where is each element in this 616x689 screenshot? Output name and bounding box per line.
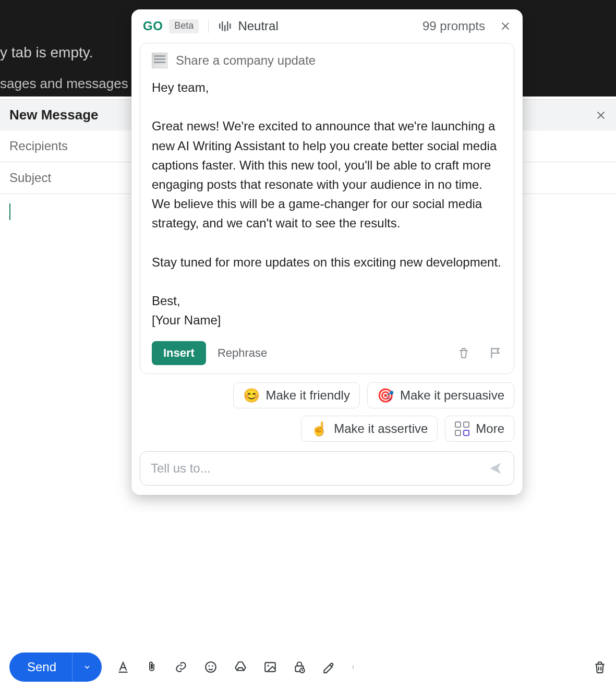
send-prompt-icon[interactable] (488, 461, 503, 476)
svg-point-9 (353, 668, 353, 669)
background-text-1: y tab is empty. (0, 44, 93, 61)
svg-point-0 (206, 662, 216, 672)
subject-placeholder: Subject (9, 171, 51, 185)
svg-point-4 (268, 665, 269, 667)
suggestion-actions: Insert Rephrase (152, 341, 502, 365)
drive-icon[interactable] (233, 660, 248, 674)
chip-more[interactable]: More (445, 416, 514, 442)
tone-label[interactable]: Neutral (238, 19, 278, 33)
prompt-input[interactable] (151, 461, 481, 476)
send-more-options[interactable] (73, 652, 102, 682)
tone-icon[interactable] (218, 20, 232, 32)
svg-point-8 (353, 667, 353, 667)
flag-suggestion-icon[interactable] (489, 346, 502, 360)
ai-assist-panel: GO Beta Neutral 99 prompts Share a compa… (131, 9, 523, 495)
text-format-icon[interactable] (116, 660, 130, 674)
point-up-emoji-icon: ☝️ (311, 422, 328, 436)
chip-assertive-label: Make it assertive (334, 421, 428, 436)
suggestion-header: Share a company update (152, 53, 502, 68)
grid-icon (455, 421, 469, 436)
chip-friendly[interactable]: 😊 Make it friendly (233, 382, 360, 408)
tone-chip-row: 😊 Make it friendly 🎯 Make it persuasive … (131, 374, 523, 442)
chip-assertive[interactable]: ☝️ Make it assertive (301, 416, 438, 442)
compose-title: New Message (9, 107, 99, 123)
suggestion-card: Share a company update Hey team, Great n… (140, 43, 514, 374)
attach-icon[interactable] (146, 660, 158, 674)
insert-button[interactable]: Insert (152, 341, 206, 365)
image-icon[interactable] (263, 660, 277, 674)
go-logo: GO (143, 19, 163, 33)
svg-point-7 (353, 666, 353, 666)
recipients-placeholder: Recipients (9, 139, 68, 153)
beta-badge: Beta (169, 19, 199, 33)
discard-icon[interactable] (593, 660, 607, 674)
prompts-count[interactable]: 99 prompts (422, 19, 485, 33)
send-label: Send (27, 660, 56, 674)
emoji-icon[interactable] (204, 660, 218, 674)
link-icon[interactable] (174, 660, 188, 674)
svg-rect-10 (219, 23, 221, 29)
header-divider (208, 19, 209, 33)
rephrase-button[interactable]: Rephrase (218, 346, 267, 360)
suggestion-title: Share a company update (176, 53, 316, 68)
svg-rect-11 (222, 21, 223, 31)
signature-icon[interactable] (322, 660, 335, 674)
svg-point-1 (208, 665, 210, 667)
chip-persuasive-label: Make it persuasive (400, 388, 504, 403)
chip-friendly-label: Make it friendly (266, 388, 350, 403)
delete-suggestion-icon[interactable] (457, 346, 470, 360)
background-text-2: sages and messages t (0, 76, 136, 92)
svg-rect-12 (224, 25, 226, 31)
more-options-icon[interactable] (351, 660, 355, 674)
svg-rect-13 (227, 21, 228, 31)
newspaper-icon (152, 53, 167, 68)
ai-panel-header: GO Beta Neutral 99 prompts (131, 9, 523, 41)
target-emoji-icon: 🎯 (377, 389, 394, 402)
confidential-icon[interactable] (293, 660, 306, 674)
smile-emoji-icon: 😊 (243, 389, 260, 402)
svg-point-2 (212, 665, 213, 667)
ai-close-icon[interactable] (500, 20, 511, 32)
prompt-input-wrap[interactable] (140, 451, 514, 486)
send-button[interactable]: Send (9, 652, 72, 682)
svg-rect-14 (230, 23, 231, 29)
chip-more-label: More (476, 421, 504, 436)
toolbar-icons (116, 660, 355, 674)
text-cursor (9, 203, 10, 220)
compose-close-icon[interactable] (595, 110, 607, 121)
generated-text: Hey team, Great news! We're excited to a… (152, 78, 502, 330)
chip-persuasive[interactable]: 🎯 Make it persuasive (367, 382, 514, 408)
send-button-group: Send (9, 652, 102, 682)
compose-toolbar: Send (0, 652, 616, 682)
